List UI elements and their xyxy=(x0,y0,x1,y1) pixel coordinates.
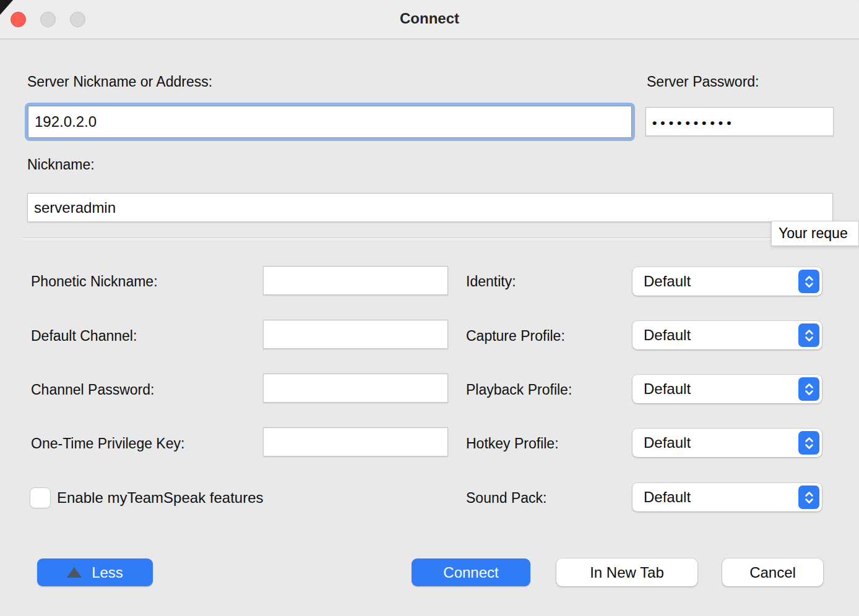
default-channel-input[interactable] xyxy=(263,320,448,349)
connect-button-label: Connect xyxy=(443,564,498,581)
sound-pack-dropdown[interactable]: Default xyxy=(632,483,822,511)
in-new-tab-button-label: In New Tab xyxy=(590,564,664,581)
server-address-focus-ring xyxy=(25,103,635,141)
playback-profile-dropdown[interactable]: Default xyxy=(632,375,822,403)
capture-profile-label: Capture Profile: xyxy=(466,328,565,344)
window-title: Connect xyxy=(0,10,859,27)
enable-myteamspeak-label: Enable myTeamSpeak features xyxy=(57,489,264,507)
triangle-up-icon xyxy=(67,567,82,578)
connect-button[interactable]: Connect xyxy=(412,558,530,586)
chevron-up-down-icon xyxy=(798,486,819,509)
channel-password-input[interactable] xyxy=(263,374,448,403)
chevron-up-down-icon xyxy=(798,323,819,347)
nickname-input[interactable] xyxy=(27,193,833,222)
enable-myteamspeak-checkbox[interactable] xyxy=(30,487,51,508)
server-address-label: Server Nickname or Address: xyxy=(27,74,212,90)
identity-dropdown-value: Default xyxy=(632,273,798,290)
server-password-input[interactable] xyxy=(645,107,834,136)
one-time-privilege-key-label: One-Time Privilege Key: xyxy=(31,435,184,452)
default-channel-label: Default Channel: xyxy=(31,328,137,344)
section-separator xyxy=(22,237,859,239)
phonetic-nickname-input[interactable] xyxy=(263,266,448,295)
chevron-up-down-icon xyxy=(798,270,819,293)
nickname-label: Nickname: xyxy=(27,156,95,173)
hotkey-profile-dropdown[interactable]: Default xyxy=(632,429,822,457)
hotkey-profile-dropdown-value: Default xyxy=(632,434,798,451)
tooltip: Your reque xyxy=(771,221,859,246)
chevron-up-down-icon xyxy=(798,377,819,401)
one-time-privilege-key-input[interactable] xyxy=(263,427,448,456)
cancel-button[interactable]: Cancel xyxy=(722,558,823,586)
channel-password-label: Channel Password: xyxy=(31,382,154,398)
sound-pack-dropdown-value: Default xyxy=(632,489,798,506)
server-address-input[interactable] xyxy=(28,106,632,138)
cancel-button-label: Cancel xyxy=(749,564,796,581)
capture-profile-dropdown[interactable]: Default xyxy=(632,321,822,349)
chevron-up-down-icon xyxy=(798,431,819,455)
server-password-label: Server Password: xyxy=(647,74,759,90)
identity-label: Identity: xyxy=(466,273,516,290)
sound-pack-label: Sound Pack: xyxy=(466,490,546,507)
less-button[interactable]: Less xyxy=(37,558,153,586)
connect-dialog: Connect Server Nickname or Address: Serv… xyxy=(0,0,859,616)
less-button-label: Less xyxy=(92,564,123,581)
capture-profile-dropdown-value: Default xyxy=(632,327,798,344)
hotkey-profile-label: Hotkey Profile: xyxy=(466,435,559,452)
in-new-tab-button[interactable]: In New Tab xyxy=(556,558,697,586)
playback-profile-label: Playback Profile: xyxy=(466,382,572,398)
playback-profile-dropdown-value: Default xyxy=(632,380,798,398)
phonetic-nickname-label: Phonetic Nickname: xyxy=(31,273,158,290)
title-bar: Connect xyxy=(0,0,859,40)
identity-dropdown[interactable]: Default xyxy=(632,267,822,296)
